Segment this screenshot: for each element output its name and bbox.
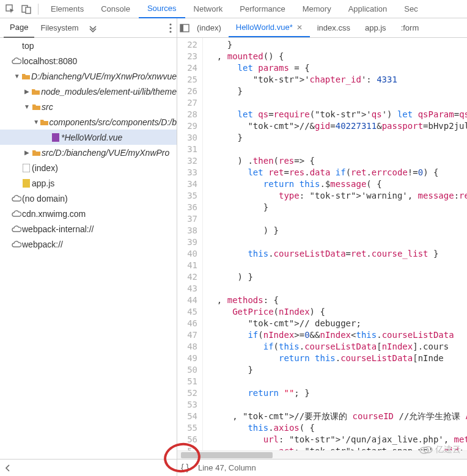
tree-label: cdn.xnwimg.com [22,209,86,219]
tree-label: webpack-internal:// [22,224,94,234]
svg-rect-9 [23,164,30,172]
tab-security[interactable]: Sec [395,0,426,18]
file-tab-indexcss[interactable]: index.css [310,18,358,37]
inspect-icon[interactable] [2,1,18,17]
tree-row[interactable]: cdn.xnwimg.com [0,206,177,221]
tree-label: D:/biancheng/VUE/myXnwPro/xnwvue [31,71,177,81]
file-tab-label: :form [401,23,419,32]
scrollbar-thumb[interactable] [181,452,273,458]
tree-arrow-icon[interactable]: ▼ [13,73,21,79]
file-tab-label: HelloWorld.vue* [236,23,293,32]
tab-memory[interactable]: Memory [294,0,340,18]
tree-row[interactable]: localhost:8080 [0,53,177,68]
sidebar-collapse-icon[interactable] [4,464,12,472]
cloud-icon [11,210,22,218]
folder-icon [31,88,42,95]
tree-row[interactable]: app.js [0,175,177,191]
tree-arrow-icon[interactable]: ▶ [23,88,31,95]
tree-label: components/src/components/D:/b [49,117,177,127]
cloud-icon [11,195,22,202]
status-bar: { } Line 47, Column [0,459,467,476]
devtools-toolbar: Elements Console Sources Network Perform… [0,0,467,18]
panel-tabs: Elements Console Sources Network Perform… [42,0,427,18]
tree-row[interactable]: ▶node_modules/element-ui/lib/theme [0,84,177,99]
tree-row[interactable]: top [0,38,177,53]
line-gutter: 22 23 24 25 26 27 28 29 30 31 32 33 34 3… [177,38,203,459]
code-editor[interactable]: 22 23 24 25 26 27 28 29 30 31 32 33 34 3… [177,38,467,459]
svg-rect-10 [23,179,30,188]
tree-arrow-icon[interactable]: ▼ [23,103,31,110]
tree-row[interactable]: webpack-internal:// [0,221,177,236]
folder-icon [31,149,42,156]
folder-open-icon [21,73,31,80]
tree-row[interactable]: ▶src/D:/biancheng/VUE/myXnwPro [0,145,177,160]
file-purple-icon [50,133,61,142]
svg-point-3 [169,23,171,25]
subtab-page[interactable]: Page [4,18,34,38]
tab-application[interactable]: Application [340,0,396,18]
file-yellow-icon [21,179,32,188]
tree-label: node_modules/element-ui/lib/theme [41,87,177,97]
svg-rect-8 [52,133,59,142]
tree-row[interactable]: ▼components/src/components/D:/b [0,114,177,130]
tab-console[interactable]: Console [92,0,139,18]
tree-label: localhost:8080 [22,56,77,66]
tree-label: src [42,102,53,112]
tree-arrow-icon[interactable]: ▶ [23,149,31,156]
device-toggle-icon[interactable] [18,1,34,17]
tree-row[interactable]: webpack:// [0,236,177,252]
tab-sources[interactable]: Sources [139,0,185,18]
svg-point-5 [169,31,171,32]
file-tab-index[interactable]: (index) [189,18,229,37]
tree-label: (no domain) [22,194,68,203]
tree-row[interactable]: ▼src [0,99,177,114]
sources-subbar: Page Filesystem (index) HelloWorld.vue* … [0,18,467,38]
watermark: 亿速云 [419,444,461,455]
watermark-text: 亿速云 [435,444,461,455]
svg-text:{ }: { } [181,463,189,472]
code-area[interactable]: } , mounted() { let params = { "tok-str"… [203,38,467,459]
more-subtabs-icon[interactable] [89,24,97,32]
file-tab-label: index.css [317,23,350,32]
toggle-navigator-icon[interactable] [180,23,189,33]
file-tab-label: app.js [365,23,386,32]
cloud-icon [11,241,22,248]
sources-main: toplocalhost:8080▼D:/biancheng/VUE/myXnw… [0,38,467,459]
tree-row[interactable]: (no domain) [0,191,177,206]
tab-network[interactable]: Network [185,0,232,18]
tree-label: *HelloWorld.vue [61,133,122,142]
svg-rect-7 [180,24,183,32]
file-tab-helloworld[interactable]: HelloWorld.vue* ✕ [229,18,310,37]
svg-rect-2 [26,7,31,13]
navigator-header: Page Filesystem [0,18,177,37]
svg-point-4 [169,27,171,29]
cloud-icon [11,225,22,233]
close-icon[interactable]: ✕ [296,23,303,32]
tree-label: webpack:// [22,240,63,249]
editor-tabbar: (index) HelloWorld.vue* ✕ index.css app.… [177,18,467,37]
tab-performance[interactable]: Performance [231,0,293,18]
tree-label: (index) [32,163,58,173]
separator [38,4,39,15]
folder-open-icon [31,103,42,111]
tree-row[interactable]: *HelloWorld.vue [0,130,177,145]
tree-row[interactable]: ▼D:/biancheng/VUE/myXnwPro/xnwvue [0,68,177,84]
tree-row[interactable]: (index) [0,160,177,175]
tab-elements[interactable]: Elements [42,0,92,18]
pretty-print-icon[interactable]: { } [181,463,192,473]
cursor-position: Line 47, Column [198,463,256,472]
subtab-filesystem[interactable]: Filesystem [34,18,84,38]
file-tab-label: (index) [197,23,221,32]
cloud-icon [11,57,22,65]
folder-open-icon [40,119,50,126]
tree-label: src/D:/biancheng/VUE/myXnwPro [42,148,169,158]
tree-arrow-icon[interactable]: ▼ [33,119,40,125]
file-tab-form[interactable]: :form [394,18,427,37]
file-gray-icon [21,164,32,172]
file-navigator[interactable]: toplocalhost:8080▼D:/biancheng/VUE/myXnw… [0,38,177,459]
tree-label: top [22,41,34,51]
tree-label: app.js [32,178,54,188]
navigator-menu-icon[interactable] [169,23,172,33]
file-tab-appjs[interactable]: app.js [358,18,394,37]
